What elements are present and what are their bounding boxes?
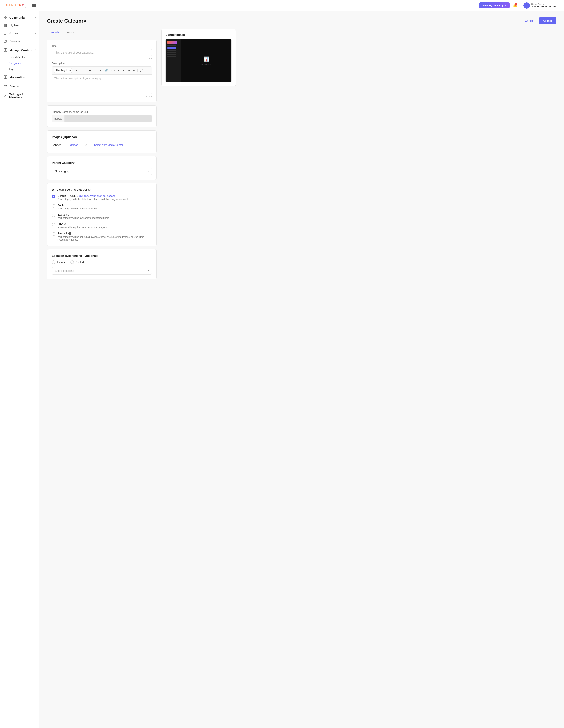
moderation-icon [3,75,7,79]
cancel-button[interactable]: Cancel [522,18,537,24]
title-label: Title [52,44,152,47]
my-feed-icon [3,23,7,28]
visibility-paywall-desc: Your category will be behind a paywall. … [57,236,152,241]
list-ordered-button[interactable]: ≡ [116,68,120,73]
mock-nav-6 [167,56,176,57]
rich-text-editor: Heading 1 Heading 2 Paragraph B I U S " [52,66,152,94]
mock-nav-3 [167,50,176,51]
tab-posts[interactable]: Posts [63,29,78,36]
svg-rect-2 [4,18,5,19]
url-field: https:// [52,115,152,122]
visibility-option-public[interactable]: Public Your category will be publicly av… [52,204,152,210]
or-text: OR [85,143,88,146]
radio-private[interactable] [52,223,55,226]
url-input[interactable] [65,115,151,122]
notification-button[interactable]: 🔔 1 [513,3,517,8]
svg-point-20 [4,85,5,86]
visibility-option-default[interactable]: Default - PUBLIC (Change your channel ac… [52,194,152,201]
banner-image-preview: 📊 No content yet [165,39,232,82]
sidebar: Community ▾ My Feed Go Live › [0,11,39,728]
bold-button[interactable]: B [74,68,78,73]
upload-button[interactable]: Upload [66,142,82,148]
url-card: Friendly Category name for URL https:// [47,105,157,127]
visibility-default-desc: Your category will inherit the level of … [57,198,128,201]
radio-public[interactable] [52,204,55,208]
courses-icon [3,39,7,43]
svg-point-22 [5,95,6,96]
fullscreen-button[interactable]: ⛶ [139,68,144,73]
code-button[interactable]: </> [110,68,116,73]
media-center-button[interactable]: Select from Media Center [91,142,126,148]
parent-category-value: No category [55,170,69,173]
parent-category-dropdown[interactable]: No category ▾ [52,168,152,175]
rte-body[interactable]: This is the description of your category… [52,75,151,94]
svg-rect-5 [4,25,7,26]
change-access-link[interactable]: (Change your channel access) [79,194,116,197]
title-input[interactable] [52,49,152,56]
create-button[interactable]: Create [539,17,556,24]
page-header: Create Category Cancel Create [47,17,556,24]
geo-locations-dropdown[interactable]: Select locations ▾ [52,267,152,275]
sidebar-label-go-live: Go Live [9,32,19,35]
description-label: Description [52,62,152,65]
mock-empty-icon: 📊 [203,56,209,62]
view-live-button[interactable]: View My Live App ↗ [479,2,510,8]
heading-select[interactable]: Heading 1 Heading 2 Paragraph [54,68,72,73]
sidebar-item-my-feed[interactable]: My Feed [0,22,39,29]
settings-label: Settings & Members [9,92,36,99]
strikethrough-button[interactable]: S [88,68,92,73]
mock-nav-5 [167,54,176,55]
svg-rect-19 [5,77,7,79]
chevron-down-icon: ▾ [558,4,559,6]
sidebar-item-settings[interactable]: Settings & Members [0,91,39,101]
svg-rect-13 [5,48,7,50]
geo-dropdown-chevron-icon: ▾ [148,269,149,272]
geo-exclude-circle[interactable] [70,260,74,264]
settings-icon [3,94,7,98]
dropdown-chevron-icon: ▾ [148,170,149,173]
visibility-option-paywall[interactable]: Paywall i Your category will be behind a… [52,232,152,241]
align-button[interactable]: ≡ [99,68,103,73]
svg-rect-14 [4,50,5,51]
sidebar-item-tags[interactable]: Tags [0,66,39,72]
radio-paywall[interactable] [52,232,55,236]
sidebar-item-upload-center[interactable]: Upload Center [0,54,39,60]
hamburger-button[interactable] [32,4,36,7]
geo-include-radio[interactable]: Include [52,260,66,264]
sidebar-label-my-feed: My Feed [9,24,20,27]
radio-default[interactable] [52,195,55,198]
svg-rect-12 [4,48,5,50]
blockquote-button[interactable]: " [93,68,96,73]
sidebar-item-manage-content[interactable]: Manage Content ▾ [0,46,39,54]
italic-button[interactable]: I [79,68,82,73]
radio-exclusive[interactable] [52,214,55,217]
list-unordered-button[interactable]: ≣ [121,68,126,73]
indent-button[interactable]: ⇥ [126,68,131,73]
sidebar-item-go-live[interactable]: Go Live › [0,29,39,37]
notification-badge: 1 [515,3,517,6]
people-label: People [9,84,19,88]
sidebar-item-moderation[interactable]: Moderation [0,73,39,81]
link-button[interactable]: 🔗 [103,68,109,73]
user-name: Juliana.super_WUHI [531,5,556,8]
mock-logo [167,41,177,44]
tab-details[interactable]: Details [47,29,63,36]
geo-include-circle[interactable] [52,260,55,264]
sidebar-item-courses[interactable]: Courses [0,37,39,45]
form-panel: Details Posts Title (0/30) Description [47,29,157,279]
sidebar-item-community[interactable]: Community ▾ [0,13,39,22]
svg-point-21 [6,85,7,86]
visibility-option-exclusive[interactable]: Exclusive Your category will be availabl… [52,213,152,219]
main-content: Create Category Cancel Create Details Po… [39,11,564,728]
sidebar-item-categories[interactable]: Categories [0,60,39,66]
banner-image-card: Banner Image 📊 [161,29,236,86]
topnav: FANHERO View My Live App ↗ 🔔 1 J Super A… [0,0,564,11]
user-info[interactable]: J Super Admin Juliana.super_WUHI ▾ [523,2,559,9]
underline-button[interactable]: U [83,68,87,73]
outdent-button[interactable]: ⇤ [132,68,136,73]
title-description-card: Title (0/30) Description Heading 1 Headi… [47,40,157,102]
visibility-option-private[interactable]: Private A password is required to access… [52,223,152,229]
sidebar-item-people[interactable]: People [0,82,39,90]
parent-category-title: Parent Category [52,161,152,164]
geo-exclude-radio[interactable]: Exclude [70,260,85,264]
